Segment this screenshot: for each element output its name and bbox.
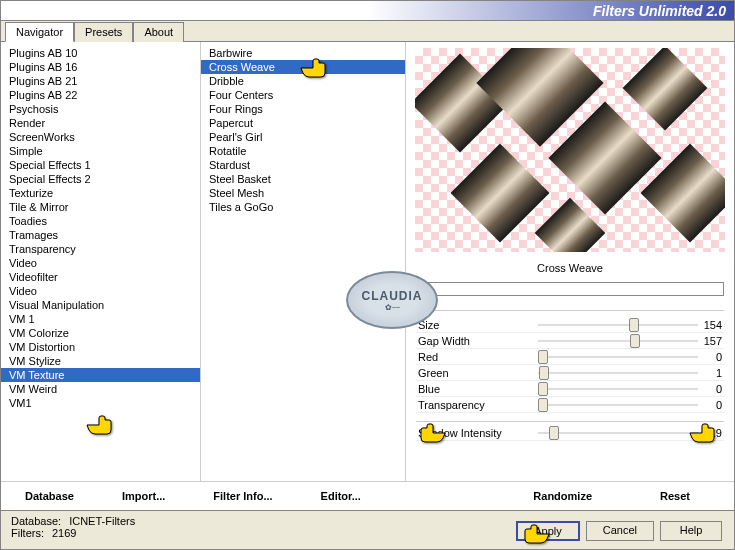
database-label: Database: xyxy=(11,515,61,527)
help-button[interactable]: Help xyxy=(660,521,722,541)
database-button[interactable]: Database xyxy=(11,488,88,504)
param-slider[interactable] xyxy=(538,356,698,358)
database-value: ICNET-Filters xyxy=(69,515,135,527)
cancel-button[interactable]: Cancel xyxy=(586,521,654,541)
filter-item[interactable]: Four Centers xyxy=(201,88,405,102)
param-value: 1 xyxy=(716,367,722,379)
apply-button[interactable]: Apply xyxy=(516,521,580,541)
param-row[interactable]: Green1 xyxy=(416,365,724,381)
category-item[interactable]: Psychosis xyxy=(1,102,200,116)
param-slider[interactable] xyxy=(538,388,698,390)
category-item[interactable]: VM Distortion xyxy=(1,340,200,354)
parameter-list: Size154Gap Width157Red0Green1Blue0Transp… xyxy=(416,310,724,441)
category-item[interactable]: VM Colorize xyxy=(1,326,200,340)
title-bar: Filters Unlimited 2.0 xyxy=(1,1,734,21)
param-row[interactable]: Red0 xyxy=(416,349,724,365)
category-item[interactable]: Videofilter xyxy=(1,270,200,284)
category-list[interactable]: Plugins AB 10Plugins AB 16Plugins AB 21P… xyxy=(1,42,201,481)
filter-item[interactable]: Rotatile xyxy=(201,144,405,158)
param-label: Gap Width xyxy=(418,335,470,347)
param-value: 19 xyxy=(710,427,722,439)
param-slider[interactable] xyxy=(538,432,698,434)
randomize-button[interactable]: Randomize xyxy=(519,488,606,504)
param-label: Green xyxy=(418,367,449,379)
param-row[interactable]: Blue0 xyxy=(416,381,724,397)
category-item[interactable]: Simple xyxy=(1,144,200,158)
param-value: 0 xyxy=(716,399,722,411)
category-item[interactable]: Toadies xyxy=(1,214,200,228)
filters-label: Filters: xyxy=(11,527,44,539)
editor-button[interactable]: Editor... xyxy=(307,488,375,504)
toolbar: Database Import... Filter Info... Editor… xyxy=(1,481,734,510)
param-value: 157 xyxy=(704,335,722,347)
param-label: Size xyxy=(418,319,439,331)
category-item[interactable]: ScreenWorks xyxy=(1,130,200,144)
category-item[interactable]: Tramages xyxy=(1,228,200,242)
category-item[interactable]: VM Stylize xyxy=(1,354,200,368)
category-item[interactable]: VM1 xyxy=(1,396,200,410)
param-label: Red xyxy=(418,351,438,363)
category-item[interactable]: Video xyxy=(1,284,200,298)
filter-item[interactable]: Tiles a GoGo xyxy=(201,200,405,214)
dialog-buttons: Apply Cancel Help xyxy=(516,521,722,541)
param-label: Transparency xyxy=(418,399,485,411)
param-row[interactable]: Gap Width157 xyxy=(416,333,724,349)
filter-item[interactable]: Dribble xyxy=(201,74,405,88)
filter-item[interactable]: Pearl's Girl xyxy=(201,130,405,144)
category-item[interactable]: Special Effects 2 xyxy=(1,172,200,186)
main-panel: Plugins AB 10Plugins AB 16Plugins AB 21P… xyxy=(1,41,734,481)
category-item[interactable]: Video xyxy=(1,256,200,270)
category-item[interactable]: Visual Manipulation xyxy=(1,298,200,312)
param-value: 0 xyxy=(716,351,722,363)
category-item[interactable]: Plugins AB 22 xyxy=(1,88,200,102)
filter-item[interactable]: Steel Mesh xyxy=(201,186,405,200)
param-row[interactable]: Shadow Intensity19 xyxy=(416,421,724,441)
import-button[interactable]: Import... xyxy=(108,488,179,504)
category-item[interactable]: Tile & Mirror xyxy=(1,200,200,214)
filter-list[interactable]: BarbwireCross WeaveDribbleFour CentersFo… xyxy=(201,42,406,481)
param-slider[interactable] xyxy=(538,372,698,374)
filter-info-button[interactable]: Filter Info... xyxy=(199,488,286,504)
category-item[interactable]: Plugins AB 16 xyxy=(1,60,200,74)
category-item[interactable]: VM Texture xyxy=(1,368,200,382)
param-row[interactable]: Transparency0 xyxy=(416,397,724,413)
filter-item[interactable]: Four Rings xyxy=(201,102,405,116)
param-label: Shadow Intensity xyxy=(418,427,502,439)
category-item[interactable]: Plugins AB 21 xyxy=(1,74,200,88)
category-item[interactable]: Plugins AB 10 xyxy=(1,46,200,60)
param-row[interactable]: Size154 xyxy=(416,317,724,333)
progress-bar xyxy=(416,282,724,296)
param-value: 154 xyxy=(704,319,722,331)
tab-about[interactable]: About xyxy=(133,22,184,42)
category-item[interactable]: VM Weird xyxy=(1,382,200,396)
reset-button[interactable]: Reset xyxy=(646,488,704,504)
tab-presets[interactable]: Presets xyxy=(74,22,133,42)
filter-item[interactable]: Cross Weave xyxy=(201,60,405,74)
filter-item[interactable]: Papercut xyxy=(201,116,405,130)
filter-item[interactable]: Steel Basket xyxy=(201,172,405,186)
filters-count: 2169 xyxy=(52,527,76,539)
category-item[interactable]: VM 1 xyxy=(1,312,200,326)
category-item[interactable]: Texturize xyxy=(1,186,200,200)
filter-item[interactable]: Stardust xyxy=(201,158,405,172)
param-slider[interactable] xyxy=(538,404,698,406)
param-slider[interactable] xyxy=(538,340,698,342)
category-item[interactable]: Special Effects 1 xyxy=(1,158,200,172)
app-title: Filters Unlimited 2.0 xyxy=(593,3,734,19)
tab-navigator[interactable]: Navigator xyxy=(5,22,74,42)
category-item[interactable]: Transparency xyxy=(1,242,200,256)
category-item[interactable]: Render xyxy=(1,116,200,130)
param-slider[interactable] xyxy=(538,324,698,326)
preview-image xyxy=(415,48,725,252)
tab-strip: Navigator Presets About xyxy=(1,21,734,41)
preview-panel: Cross Weave Size154Gap Width157Red0Green… xyxy=(406,42,734,481)
current-filter-label: Cross Weave xyxy=(412,258,728,278)
param-label: Blue xyxy=(418,383,440,395)
filter-item[interactable]: Barbwire xyxy=(201,46,405,60)
param-value: 0 xyxy=(716,383,722,395)
